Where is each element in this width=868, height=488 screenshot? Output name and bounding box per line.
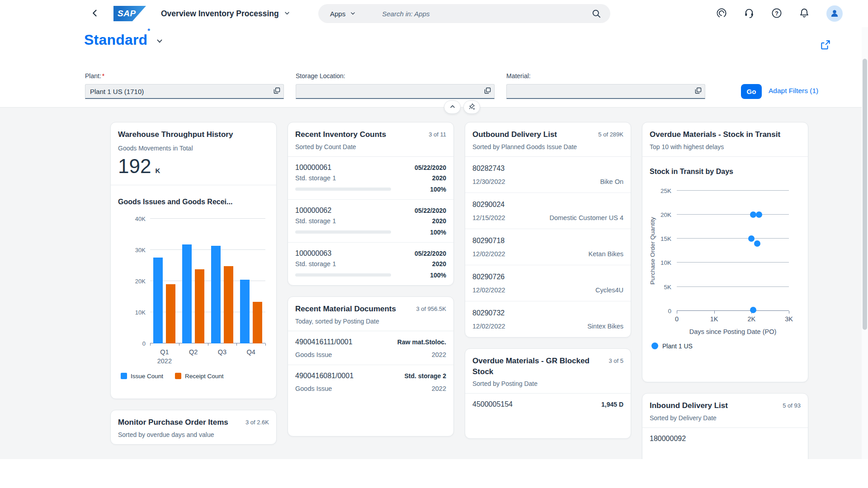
column-4: Overdue Materials - Stock in Transit Top…	[642, 122, 808, 459]
profile-button[interactable]	[826, 5, 843, 22]
card-warehouse-throughput-history[interactable]: Warehouse Throughput History Goods Movem…	[110, 122, 277, 399]
card-recent-material-documents[interactable]: Recent Material Documents 3 of 956.5K To…	[288, 296, 454, 436]
card-subtitle: Today, sorted by Posting Date	[295, 318, 446, 325]
material-document-item[interactable]: 4900416081/0001Std. storage 2 Goods Issu…	[288, 365, 453, 399]
material-value-help-button[interactable]	[691, 84, 705, 98]
x-tick-label-q1: Q12022	[150, 347, 179, 366]
inventory-count-item[interactable]: 10000006205/22/2020 Std. storage 12020 1…	[288, 199, 453, 242]
kpi-label: Goods Movements in Total	[118, 145, 269, 152]
progress-track	[295, 188, 391, 191]
card-overdue-gr-blocked-stock[interactable]: Overdue Materials - GR Blocked Stock 3 o…	[465, 348, 631, 439]
x-tick-label-q4: Q4	[236, 347, 265, 366]
delivery-id: 80282743	[472, 164, 505, 173]
scatter-point[interactable]	[754, 240, 760, 247]
bar-issue-count-q4[interactable]	[240, 280, 250, 343]
x-axis-tick	[150, 343, 151, 346]
bar-issue-count-q2[interactable]	[182, 244, 192, 343]
bar-receipt-count-q1[interactable]	[166, 284, 175, 343]
help-icon: ?	[771, 8, 782, 20]
page-title: Standard*	[84, 32, 150, 48]
support-button[interactable]	[744, 8, 755, 19]
adapt-filters-button[interactable]: Adapt Filters (1)	[769, 87, 818, 95]
customer-name: Domestic Customer US 4	[549, 214, 623, 221]
card-overdue-stock-in-transit[interactable]: Overdue Materials - Stock in Transit Top…	[642, 122, 808, 382]
progress-percent: 100%	[430, 272, 446, 279]
sap-logo-text: SAP	[118, 9, 136, 19]
assistant-button[interactable]	[716, 8, 727, 19]
y-tick-label: 20K	[660, 211, 671, 218]
card-recent-inventory-counts[interactable]: Recent Inventory Counts 3 of 11 Sorted b…	[288, 122, 454, 286]
value-help-icon	[484, 87, 491, 96]
variant-selector[interactable]: Standard*	[84, 32, 163, 48]
card-inbound-delivery-list[interactable]: Inbound Delivery List 5 of 93 Sorted by …	[642, 393, 808, 459]
search-input[interactable]	[382, 10, 591, 18]
collapse-header-button[interactable]	[444, 100, 461, 114]
card-title: Outbound Delivery List	[472, 129, 557, 140]
value-help-icon	[273, 87, 281, 96]
inbound-delivery-item[interactable]: 180000092	[642, 428, 808, 449]
chevron-up-icon	[449, 103, 456, 111]
go-button[interactable]: Go	[741, 84, 762, 99]
bar-receipt-count-q3[interactable]	[224, 266, 233, 343]
gr-blocked-item[interactable]: 45000051541,945 D	[465, 394, 631, 415]
unpin-icon	[468, 103, 475, 111]
outbound-delivery-item[interactable]: 80290718 12/02/2022Ketan Bikes	[465, 229, 631, 265]
material-label: Material:	[506, 72, 705, 80]
bar-group-q1	[150, 219, 179, 343]
search-scope-dropdown[interactable]: Apps	[330, 10, 356, 18]
bar-receipt-count-q2[interactable]	[195, 269, 204, 343]
material-document-item[interactable]: 4900416111/0001Raw mat.Stoloc. Goods Iss…	[288, 331, 453, 365]
movement-type: Goods Issue	[295, 385, 332, 392]
bar-receipt-count-q4[interactable]	[253, 302, 262, 343]
plant-value-help-button[interactable]	[270, 84, 283, 98]
customer-name: Sintex Bikes	[587, 323, 623, 330]
document-id: 4900416081/0001	[295, 372, 354, 380]
header-float-buttons	[444, 100, 480, 114]
goods-issue-date: 12/30/2022	[472, 178, 505, 185]
card-outbound-delivery-list[interactable]: Outbound Delivery List 5 of 289K Sorted …	[465, 122, 631, 338]
scatter-point[interactable]	[748, 235, 755, 242]
app-title-menu[interactable]: Overview Inventory Processing	[161, 0, 290, 27]
scatter-legend[interactable]: Plant 1 US	[651, 343, 801, 357]
outbound-delivery-item[interactable]: 80290732 12/02/2022Sintex Bikes	[465, 301, 631, 337]
storage-location-value-help-button[interactable]	[481, 84, 494, 98]
outbound-delivery-item[interactable]: 80290024 12/15/2022Domestic Customer US …	[465, 192, 631, 229]
outbound-delivery-item[interactable]: 80282743 12/30/2022Bike On	[465, 157, 631, 192]
storage-location-input[interactable]	[296, 84, 481, 98]
outbound-delivery-item[interactable]: 80290726 12/02/2022Cycles4U	[465, 265, 631, 301]
legend-issue-count[interactable]: Issue Count	[121, 373, 163, 380]
back-button[interactable]	[90, 8, 100, 19]
card-monitor-purchase-order-items[interactable]: Monitor Purchase Order Items 3 of 2.6K S…	[110, 410, 277, 445]
legend-receipt-count[interactable]: Receipt Count	[175, 373, 224, 380]
material-input[interactable]	[507, 84, 691, 98]
inventory-count-item[interactable]: 10000006105/22/2020 Std. storage 12020 1…	[288, 157, 453, 199]
inventory-count-item[interactable]: 10000006305/22/2020 Std. storage 12020 1…	[288, 242, 453, 285]
delivery-id: 180000092	[650, 435, 686, 443]
bar-issue-count-q3[interactable]	[211, 246, 221, 343]
card-title: Recent Material Documents	[295, 304, 396, 314]
vertical-scrollbar[interactable]	[862, 27, 868, 459]
column-1: Warehouse Throughput History Goods Movem…	[110, 122, 277, 445]
search-bar[interactable]: Apps	[318, 4, 610, 23]
scrollbar-thumb[interactable]	[863, 59, 867, 330]
card-title: Overdue Materials - Stock in Transit	[650, 129, 780, 140]
plant-input[interactable]	[85, 84, 270, 98]
scatter-point[interactable]	[750, 307, 756, 313]
x-tick-label-q3: Q3	[208, 347, 237, 366]
y-tick-label: 0	[142, 340, 146, 347]
notifications-button[interactable]	[799, 8, 810, 19]
bar-issue-count-q1[interactable]	[153, 258, 163, 343]
document-id: 100000061	[295, 164, 331, 172]
card-title: Recent Inventory Counts	[295, 129, 386, 140]
sap-logo[interactable]: SAP	[113, 6, 146, 21]
unpin-header-button[interactable]	[463, 100, 480, 114]
scatter-point[interactable]	[756, 211, 762, 218]
assistant-icon	[716, 8, 727, 20]
x-axis-tick	[714, 311, 715, 314]
progress-percent: 100%	[430, 186, 446, 193]
share-button[interactable]	[819, 39, 832, 52]
overdue-value: 1,945 D	[601, 401, 623, 408]
search-icon[interactable]	[591, 9, 601, 19]
help-button[interactable]: ?	[771, 8, 782, 19]
purchase-order-id: 4500005154	[472, 400, 513, 408]
